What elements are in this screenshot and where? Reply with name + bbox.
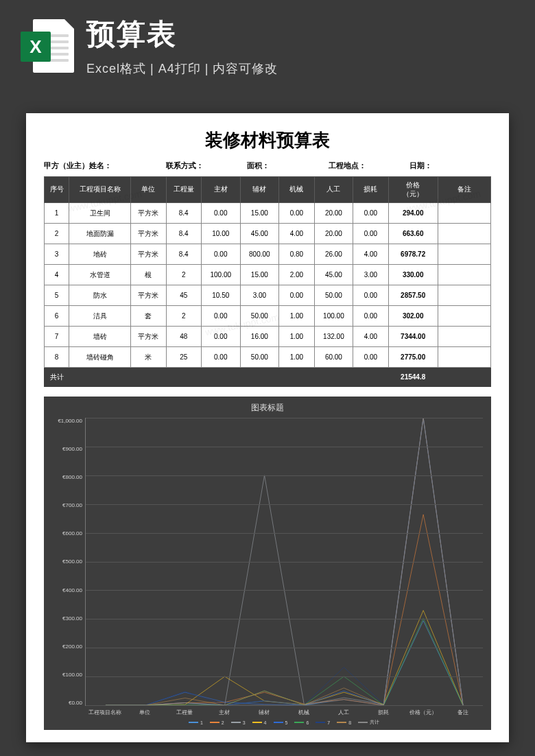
series-line xyxy=(106,611,463,705)
cell-fu: 3.00 xyxy=(240,285,279,306)
cell-zhu: 100.00 xyxy=(201,265,240,285)
chart-legend: 12345678共计 xyxy=(85,716,483,726)
col-header: 备注 xyxy=(438,177,490,203)
legend-label: 1 xyxy=(200,720,203,725)
cell-qty: 48 xyxy=(166,327,201,347)
col-header: 价格（元） xyxy=(388,177,438,203)
excel-badge: X xyxy=(21,32,51,62)
cell-qty: 8.4 xyxy=(166,203,201,224)
y-tick: €700.00 xyxy=(52,502,82,508)
cell-qty: 45 xyxy=(166,285,201,306)
gridline xyxy=(86,447,483,447)
gridline xyxy=(86,648,483,648)
y-tick: €500.00 xyxy=(52,558,82,565)
legend-item: 1 xyxy=(189,719,203,726)
meta-date: 日期： xyxy=(409,161,491,171)
col-header: 人工 xyxy=(314,177,353,203)
y-tick: €200.00 xyxy=(52,643,82,650)
x-tick: 单位 xyxy=(125,709,165,716)
cell-note xyxy=(438,224,490,244)
cell-note xyxy=(438,306,490,327)
series-line xyxy=(106,618,463,705)
gridline xyxy=(86,475,483,476)
cell-zhu: 10.50 xyxy=(201,285,240,306)
x-tick: 价格（元） xyxy=(403,709,443,716)
x-tick: 人工 xyxy=(324,709,364,716)
cell-qty: 2 xyxy=(166,306,201,327)
legend-swatch xyxy=(252,722,262,723)
legend-swatch xyxy=(316,722,325,723)
x-tick: 辅材 xyxy=(244,709,284,716)
table-row: 3地砖平方米8.40.00800.000.8026.004.006978.72 xyxy=(45,244,491,265)
cell-name: 水管道 xyxy=(69,265,131,285)
legend-item: 3 xyxy=(231,719,246,726)
cell-no: 1 xyxy=(45,203,69,224)
cell-sun: 0.00 xyxy=(353,347,388,368)
table-row: 7墙砖平方米480.0016.001.00132.004.007344.00 xyxy=(45,327,491,347)
table-row: 2地面防漏平方米8.410.0045.004.0020.000.00663.60 xyxy=(45,224,491,244)
legend-label: 8 xyxy=(348,720,351,725)
budget-table: 序号工程项目名称单位工程量主材辅材机械人工损耗价格（元）备注 1卫生间平方米8.… xyxy=(44,176,491,387)
cell-sun: 4.00 xyxy=(353,327,388,347)
legend-item: 6 xyxy=(294,719,309,726)
cell-price: 7344.00 xyxy=(388,327,438,347)
legend-label: 5 xyxy=(285,720,288,725)
cell-unit: 平方米 xyxy=(131,285,166,306)
cell-no: 4 xyxy=(45,265,69,285)
cell-unit: 平方米 xyxy=(131,224,166,244)
legend-label: 共计 xyxy=(370,719,379,726)
legend-label: 6 xyxy=(306,720,309,725)
cell-sun: 0.00 xyxy=(353,285,388,306)
col-header: 损耗 xyxy=(353,177,388,203)
col-header: 机械 xyxy=(279,177,314,203)
gridline xyxy=(86,504,483,505)
cell-ren: 50.00 xyxy=(314,285,353,306)
cell-no: 6 xyxy=(45,306,69,327)
cell-no: 2 xyxy=(45,224,69,244)
chart-plot-area xyxy=(85,418,483,706)
legend-item: 共计 xyxy=(358,719,379,726)
cell-name: 卫生间 xyxy=(69,203,131,224)
cell-note xyxy=(438,244,490,265)
legend-swatch xyxy=(358,722,368,723)
total-empty xyxy=(438,368,490,387)
cell-qty: 8.4 xyxy=(166,224,201,244)
document-title: 装修材料预算表 xyxy=(44,128,491,152)
cell-unit: 平方米 xyxy=(131,327,166,347)
gridline xyxy=(86,418,483,418)
cell-ren: 100.00 xyxy=(314,306,353,327)
cell-sun: 3.00 xyxy=(353,265,388,285)
cell-fu: 45.00 xyxy=(240,224,279,244)
cell-price: 294.00 xyxy=(388,203,438,224)
total-label: 共计 xyxy=(45,368,389,387)
cell-price: 6978.72 xyxy=(388,244,438,265)
cell-unit: 米 xyxy=(131,347,166,368)
template-subtitle: Excel格式 | A4打印 | 内容可修改 xyxy=(86,60,278,77)
cell-zhu: 0.00 xyxy=(201,347,240,368)
col-header: 序号 xyxy=(45,177,69,203)
table-row: 8墙砖碰角米250.0050.001.0060.000.002775.00 xyxy=(45,347,491,368)
cell-unit: 平方米 xyxy=(131,244,166,265)
cell-ji: 4.00 xyxy=(279,224,314,244)
gridline xyxy=(86,533,483,534)
legend-swatch xyxy=(294,722,304,723)
legend-label: 3 xyxy=(243,720,246,725)
cell-zhu: 0.00 xyxy=(201,244,240,265)
y-tick: €1,000.00 xyxy=(52,418,82,424)
series-line xyxy=(106,621,463,705)
col-header: 辅材 xyxy=(240,177,279,203)
col-header: 主材 xyxy=(201,177,240,203)
legend-swatch xyxy=(337,722,346,723)
cell-fu: 50.00 xyxy=(240,347,279,368)
legend-item: 5 xyxy=(274,719,288,726)
gridline xyxy=(86,676,483,677)
cell-name: 墙砖 xyxy=(69,327,131,347)
meta-location: 工程地点： xyxy=(329,161,410,171)
cell-fu: 15.00 xyxy=(240,203,279,224)
y-tick: €400.00 xyxy=(52,587,82,593)
x-tick: 备注 xyxy=(443,709,483,716)
table-row: 6洁具套20.0050.001.00100.000.00302.00 xyxy=(45,306,491,327)
table-row: 1卫生间平方米8.40.0015.000.0020.000.00294.00 xyxy=(45,203,491,224)
cell-qty: 25 xyxy=(166,347,201,368)
x-tick: 机械 xyxy=(284,709,324,716)
